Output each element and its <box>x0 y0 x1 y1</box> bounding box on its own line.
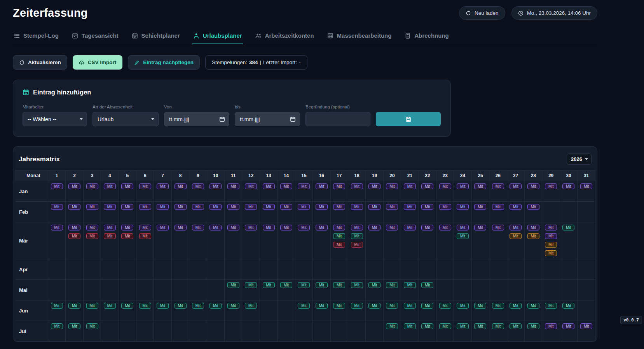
absence-badge[interactable]: Mit <box>510 204 522 210</box>
absence-badge[interactable]: Mit <box>245 183 257 189</box>
absence-badge[interactable]: Mit <box>527 225 539 230</box>
absence-badge[interactable]: Mit <box>492 225 504 230</box>
absence-badge[interactable]: Mit <box>351 233 363 239</box>
employee-select[interactable]: -- Wählen -- <box>23 112 87 126</box>
absence-badge[interactable]: Mit <box>51 183 63 189</box>
absence-badge[interactable]: Mit <box>333 204 345 210</box>
absence-badge[interactable]: Mit <box>157 303 169 309</box>
absence-badge[interactable]: Mit <box>545 225 557 230</box>
absence-badge[interactable]: Mit <box>316 183 328 189</box>
absence-badge[interactable]: Mit <box>439 303 451 309</box>
absence-badge[interactable]: Mit <box>333 225 345 230</box>
absence-badge[interactable]: Mit <box>298 282 310 288</box>
absence-badge[interactable]: Mit <box>351 204 363 210</box>
absence-badge[interactable]: Mit <box>175 183 187 189</box>
absence-badge[interactable]: Mit <box>545 323 557 329</box>
absence-badge[interactable]: Mit <box>68 183 80 189</box>
absence-badge[interactable]: Mit <box>68 204 80 210</box>
absence-badge[interactable]: Mit <box>492 303 504 309</box>
date-from-input[interactable]: tt.mm.jjjj <box>164 112 229 126</box>
absence-badge[interactable]: Mit <box>457 183 469 189</box>
absence-badge[interactable]: Mit <box>157 183 169 189</box>
absence-badge[interactable]: Mit <box>263 183 275 189</box>
absence-badge[interactable]: Mit <box>175 225 187 230</box>
absence-badge[interactable]: Mit <box>316 303 328 309</box>
absence-badge[interactable]: Mit <box>86 204 98 210</box>
absence-badge[interactable]: Mit <box>51 204 63 210</box>
absence-badge[interactable]: Mit <box>404 225 416 230</box>
absence-badge[interactable]: Mit <box>368 225 380 230</box>
absence-badge[interactable]: Mit <box>404 204 416 210</box>
absence-badge[interactable]: Mit <box>439 183 451 189</box>
date-to-input[interactable]: tt.mm.jjjj <box>235 112 300 126</box>
tab-massenbearbeitung[interactable]: Massenbearbeitung <box>326 30 393 44</box>
absence-badge[interactable]: Mit <box>227 225 239 230</box>
absence-badge[interactable]: Mit <box>104 303 116 309</box>
absence-badge[interactable]: Mit <box>545 233 557 239</box>
absence-badge[interactable]: Mit <box>227 204 239 210</box>
absence-badge[interactable]: Mit <box>421 225 433 230</box>
absence-badge[interactable]: Mit <box>157 225 169 230</box>
absence-badge[interactable]: Mit <box>298 204 310 210</box>
absence-badge[interactable]: Mit <box>351 225 363 230</box>
absence-badge[interactable]: Mit <box>545 250 557 256</box>
absence-badge[interactable]: Mit <box>439 225 451 230</box>
absence-badge[interactable]: Mit <box>474 225 486 230</box>
absence-badge[interactable]: Mit <box>227 282 239 288</box>
absence-badge[interactable]: Mit <box>386 323 398 329</box>
absence-badge[interactable]: Mit <box>280 225 292 230</box>
absence-badge[interactable]: Mit <box>68 323 80 329</box>
absence-badge[interactable]: Mit <box>562 183 574 189</box>
absence-badge[interactable]: Mit <box>351 303 363 309</box>
absence-badge[interactable]: Mit <box>527 323 539 329</box>
absence-badge[interactable]: Mit <box>227 303 239 309</box>
absence-badge[interactable]: Mit <box>121 233 133 239</box>
refresh-button[interactable]: Aktualisieren <box>13 55 67 70</box>
absence-badge[interactable]: Mit <box>510 183 522 189</box>
absence-badge[interactable]: Mit <box>139 183 151 189</box>
absence-badge[interactable]: Mit <box>209 183 222 189</box>
absence-badge[interactable]: Mit <box>209 225 222 230</box>
tab-abrechnung[interactable]: Abrechnung <box>404 30 449 44</box>
absence-badge[interactable]: Mit <box>386 303 398 309</box>
absence-badge[interactable]: Mit <box>263 204 275 210</box>
absence-badge[interactable]: Mit <box>527 303 539 309</box>
absence-badge[interactable]: Mit <box>545 183 557 189</box>
absence-badge[interactable]: Mit <box>86 323 98 329</box>
absence-badge[interactable]: Mit <box>245 225 257 230</box>
absence-badge[interactable]: Mit <box>457 303 469 309</box>
absence-badge[interactable]: Mit <box>562 303 574 309</box>
absence-badge[interactable]: Mit <box>333 183 345 189</box>
absence-badge[interactable]: Mit <box>457 225 469 230</box>
absence-badge[interactable]: Mit <box>457 204 469 210</box>
absence-badge[interactable]: Mit <box>86 303 98 309</box>
absence-badge[interactable]: Mit <box>404 323 416 329</box>
absence-badge[interactable]: Mit <box>51 303 63 309</box>
absence-badge[interactable]: Mit <box>404 303 416 309</box>
absence-badge[interactable]: Mit <box>316 282 328 288</box>
absence-badge[interactable]: Mit <box>545 303 557 309</box>
absence-badge[interactable]: Mit <box>121 303 133 309</box>
absence-badge[interactable]: Mit <box>545 242 557 248</box>
absence-badge[interactable]: Mit <box>316 204 328 210</box>
absence-badge[interactable]: Mit <box>227 183 239 189</box>
absence-badge[interactable]: Mit <box>51 225 63 230</box>
absence-badge[interactable]: Mit <box>457 323 469 329</box>
absence-badge[interactable]: Mit <box>368 282 380 288</box>
year-select[interactable]: 2026 <box>567 154 592 165</box>
absence-badge[interactable]: Mit <box>139 233 151 239</box>
absence-badge[interactable]: Mit <box>333 242 345 248</box>
absence-badge[interactable]: Mit <box>68 225 80 230</box>
absence-badge[interactable]: Mit <box>492 323 504 329</box>
absence-badge[interactable]: Mit <box>280 282 292 288</box>
absence-badge[interactable]: Mit <box>368 303 380 309</box>
absence-badge[interactable]: Mit <box>157 204 169 210</box>
absence-badge[interactable]: Mit <box>263 225 275 230</box>
absence-badge[interactable]: Mit <box>192 204 204 210</box>
absence-badge[interactable]: Mit <box>351 183 363 189</box>
absence-badge[interactable]: Mit <box>280 183 292 189</box>
absence-badge[interactable]: Mit <box>121 183 133 189</box>
absence-badge[interactable]: Mit <box>298 183 310 189</box>
absence-badge[interactable]: Mit <box>527 233 539 239</box>
absence-badge[interactable]: Mit <box>492 183 504 189</box>
